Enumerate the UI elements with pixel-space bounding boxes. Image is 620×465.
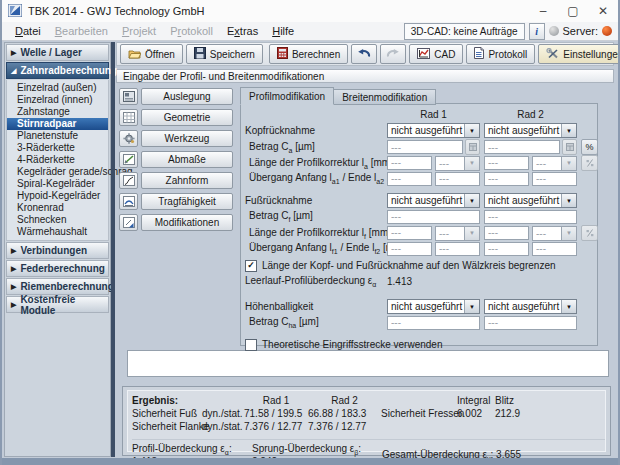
minimize-button[interactable]: – xyxy=(528,0,558,22)
sidebar-group-zahnradberechnung[interactable]: ◢ Zahnradberechnung xyxy=(6,62,109,79)
sidebar-item-waermehaushalt[interactable]: Wärmehaushalt xyxy=(7,226,108,238)
sidebar-item-einzelrad-innen[interactable]: Einzelrad (innen) xyxy=(7,94,108,106)
menu-hilfe[interactable]: Hilfe xyxy=(265,24,301,38)
sidebar-item-kegelraeder[interactable]: Kegelräder gerade/schräg xyxy=(7,166,108,178)
sidebar-item-planetenstufe[interactable]: Planetenstufe xyxy=(7,130,108,142)
hoehenballigkeit-label: Höhenballigkeit xyxy=(245,301,383,312)
werkzeug-icon-button[interactable] xyxy=(119,130,138,147)
menu-datei[interactable]: Datei xyxy=(8,24,48,38)
menu-bearbeiten[interactable]: Bearbeiten xyxy=(48,24,115,38)
sidebar-group-verbindungen[interactable]: ▶ Verbindungen xyxy=(6,242,109,259)
redo-button[interactable] xyxy=(380,44,406,64)
uebergang-a1-rad1-input[interactable] xyxy=(387,172,432,186)
calc-mini-icon-button[interactable] xyxy=(465,139,480,155)
tab-bar: Profilmodifikation Breitenmodifikation xyxy=(240,87,436,105)
sidebar-item-3-raederkette[interactable]: 3-Räderkette xyxy=(7,142,108,154)
abmasse-button[interactable]: Abmaße xyxy=(141,151,233,168)
menu-extras[interactable]: Extras xyxy=(220,24,265,38)
eingriffsstrecke-checkbox[interactable] xyxy=(245,339,257,351)
laenge-a-rad1-input[interactable] xyxy=(387,156,432,170)
laenge-f-rad1-select[interactable]: ---▼ xyxy=(435,226,480,241)
info-button[interactable]: i xyxy=(529,23,545,40)
werkzeug-button[interactable]: Werkzeug xyxy=(141,130,233,147)
uebergang-f1-rad2-input[interactable] xyxy=(484,242,529,256)
sidebar-group-kostenfreie-module[interactable]: ▶ Kostenfreie Module xyxy=(6,296,109,313)
server-status-led-icon xyxy=(602,26,612,36)
sidebar-item-stirnradpaar[interactable]: Stirnradpaar xyxy=(7,118,108,130)
laenge-f-rad2-input[interactable] xyxy=(484,226,529,240)
laenge-a-rad2-select[interactable]: ---▼ xyxy=(532,156,577,171)
fussruecknahme-rad2-select[interactable]: nicht ausgeführt▼ xyxy=(484,193,577,208)
kopfruecknahme-rad2-select[interactable]: nicht ausgeführt▼ xyxy=(484,123,577,138)
tragfaehigkeit-button[interactable]: Tragfähigkeit xyxy=(141,193,233,210)
waelzkreis-checkbox[interactable] xyxy=(245,260,257,272)
laenge-f-rad2-select[interactable]: ---▼ xyxy=(532,226,577,241)
percent-button[interactable]: % xyxy=(581,139,598,155)
auslegung-icon-button[interactable] xyxy=(119,88,138,105)
uebergang-a2-rad1-input[interactable] xyxy=(435,172,480,186)
calculate-button[interactable]: Berechnen xyxy=(269,44,348,64)
chevron-down-icon: ▼ xyxy=(464,300,479,313)
sidebar-item-4-raederkette[interactable]: 4-Räderkette xyxy=(7,154,108,166)
zahnform-button[interactable]: Zahnform xyxy=(141,172,233,189)
close-button[interactable]: ✕ xyxy=(588,0,618,22)
fussruecknahme-rad1-select[interactable]: nicht ausgeführt▼ xyxy=(387,193,480,208)
laenge-f-rad1-input[interactable] xyxy=(387,226,432,240)
tab-profilmodifikation[interactable]: Profilmodifikation xyxy=(240,87,334,105)
geometrie-button[interactable]: Geometrie xyxy=(141,109,233,126)
abmasse-icon-button[interactable] xyxy=(119,151,138,168)
menu-projekt[interactable]: Projekt xyxy=(115,24,163,38)
undo-button[interactable] xyxy=(351,44,377,64)
settings-button[interactable]: Einstellungen xyxy=(538,44,620,64)
tab-breitenmodifikation[interactable]: Breitenmodifikation xyxy=(334,89,436,105)
expanded-arrow-icon: ◢ xyxy=(11,67,16,75)
ratio-button[interactable] xyxy=(581,225,598,241)
sidebar-item-kronenrad[interactable]: Kronenrad xyxy=(7,202,108,214)
chevron-down-icon: ▼ xyxy=(561,124,576,137)
sidebar-item-hypoid-kegelraeder[interactable]: Hypoid-Kegelräder xyxy=(7,190,108,202)
betrag-cha-rad2-input[interactable] xyxy=(484,316,577,330)
sidebar-item-zahnstange[interactable]: Zahnstange xyxy=(7,106,108,118)
betrag-cf-rad1-input[interactable] xyxy=(387,210,480,224)
hoehenballigkeit-rad1-select[interactable]: nicht ausgeführt▼ xyxy=(387,299,480,314)
betrag-ca-rad2-input[interactable] xyxy=(484,140,560,154)
betrag-ca-rad1-input[interactable] xyxy=(387,140,463,154)
betrag-cha-rad1-input[interactable] xyxy=(387,316,480,330)
uebergang-a1-rad2-input[interactable] xyxy=(484,172,529,186)
uebergang-f2-rad1-input[interactable] xyxy=(435,242,480,256)
save-button[interactable]: Speichern xyxy=(186,44,263,64)
modifikationen-button[interactable]: Modifikationen xyxy=(141,214,233,231)
ratio-button[interactable] xyxy=(581,155,598,171)
uebergang-f2-rad2-input[interactable] xyxy=(532,242,577,256)
cad-button[interactable]: CAD xyxy=(409,44,463,64)
kopfruecknahme-rad1-select[interactable]: nicht ausgeführt▼ xyxy=(387,123,480,138)
laenge-a-rad1-select[interactable]: ---▼ xyxy=(435,156,480,171)
open-button[interactable]: Öffnen xyxy=(120,44,183,64)
modifikationen-icon-button[interactable] xyxy=(119,214,138,231)
chevron-down-icon: ▼ xyxy=(561,227,576,240)
sicherheit-flanke-label: Sicherheit Flanke xyxy=(132,421,202,432)
chevron-down-icon: ▼ xyxy=(561,300,576,313)
zahnform-icon-button[interactable] xyxy=(119,172,138,189)
results-col-rad1: Rad 1 xyxy=(244,395,308,406)
uebergang-f1-rad1-input[interactable] xyxy=(387,242,432,256)
sidebar-group-federberechnung[interactable]: ▶ Federberechnung xyxy=(6,260,109,277)
sidebar-item-schnecken[interactable]: Schnecken xyxy=(7,214,108,226)
sidebar-item-spiral-kegelraeder[interactable]: Spiral-Kegelräder xyxy=(7,178,108,190)
bottom-frame xyxy=(2,458,618,465)
sidebar-group-riemenberechnung[interactable]: ▶ Riemenberechnung xyxy=(6,278,109,295)
hoehenballigkeit-rad2-select[interactable]: nicht ausgeführt▼ xyxy=(484,299,577,314)
tragfaehigkeit-icon-button[interactable] xyxy=(119,193,138,210)
betrag-ca-label: Betrag Ca [µm] xyxy=(245,141,383,154)
uebergang-a2-rad2-input[interactable] xyxy=(532,172,577,186)
calc-mini-icon-button[interactable] xyxy=(562,139,577,155)
maximize-button[interactable]: ▢ xyxy=(558,0,588,22)
geometrie-icon-button[interactable] xyxy=(119,109,138,126)
sidebar-item-einzelrad-aussen[interactable]: Einzelrad (außen) xyxy=(7,82,108,94)
laenge-a-rad2-input[interactable] xyxy=(484,156,529,170)
auslegung-button[interactable]: Auslegung xyxy=(141,88,233,105)
sidebar-group-welle-lager[interactable]: ▶ Welle / Lager xyxy=(6,44,109,61)
menu-protokoll[interactable]: Protokoll xyxy=(163,24,220,38)
protocol-button[interactable]: Protokoll xyxy=(466,44,535,64)
betrag-cf-rad2-input[interactable] xyxy=(484,210,577,224)
